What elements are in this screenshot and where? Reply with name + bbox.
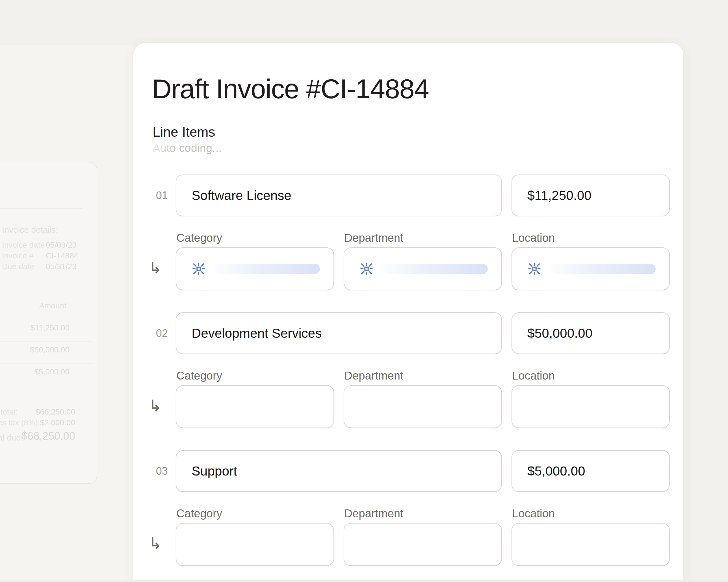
department-input[interactable] (344, 385, 502, 428)
preview-invoice-date-label: Invoice date (2, 241, 45, 250)
location-input[interactable] (512, 523, 670, 566)
preview-row-divider (0, 363, 92, 364)
line-item-number: 03 (133, 450, 168, 492)
invoice-preview-panel: Invoice details: Invoice date 05/03/23 I… (0, 162, 97, 484)
loading-shimmer-bar (382, 264, 488, 274)
description-input[interactable]: Software License (176, 174, 502, 216)
location-input[interactable] (512, 385, 670, 428)
location-label: Location (512, 507, 555, 520)
amount-value: $50,000.00 (512, 313, 669, 354)
preview-total-value: $68,250.00 (22, 430, 75, 442)
page-title: Draft Invoice #CI-14884 (152, 74, 429, 105)
category-input[interactable] (176, 523, 334, 566)
description-value: Software License (176, 175, 501, 216)
preview-amount-header: Amount (39, 301, 67, 310)
description-value: Support (176, 451, 501, 491)
amount-input[interactable]: $5,000.00 (512, 450, 670, 492)
loading-shimmer-bar (214, 264, 320, 274)
amount-input[interactable]: $11,250.00 (512, 174, 670, 216)
preview-subtotal-label: Subtotal: (0, 408, 18, 417)
return-arrow-icon: ↳ (149, 247, 168, 290)
line-item-row: 02 Development Services $50,000.00 Categ… (133, 312, 683, 431)
sparkle-loader-icon (360, 262, 373, 275)
line-item-number: 02 (133, 312, 168, 354)
category-label: Category (176, 369, 222, 382)
line-item-number: 01 (133, 174, 168, 216)
preview-invoice-number-label: Invoice # (2, 251, 34, 260)
preview-heading: Invoice details: (2, 225, 58, 235)
preview-invoice-number-value: CI-14884 (46, 251, 78, 260)
preview-invoice-date-value: 05/03/23 (46, 241, 77, 250)
return-arrow-icon: ↳ (149, 523, 168, 566)
preview-amount-3: $5,000.00 (34, 367, 70, 377)
preview-subtotal-value: $66,250.00 (35, 408, 75, 417)
location-input[interactable] (512, 247, 670, 290)
location-label: Location (512, 369, 555, 382)
return-arrow-icon: ↳ (149, 385, 168, 428)
line-items-heading: Line Items (153, 124, 215, 140)
amount-input[interactable]: $50,000.00 (512, 312, 670, 354)
preview-salestax-label: Sales tax (8%): (0, 418, 40, 427)
loading-shimmer-bar (549, 264, 656, 274)
sparkle-loader-icon (192, 262, 205, 275)
preview-due-date-value: 05/31/23 (46, 262, 77, 271)
category-input[interactable] (176, 247, 334, 290)
draft-invoice-card: Draft Invoice #CI-14884 Line Items Auto … (133, 43, 683, 582)
description-value: Development Services (176, 313, 501, 354)
preview-divider (0, 208, 82, 209)
preview-salestax-value: $2,000.00 (40, 418, 75, 427)
amount-value: $5,000.00 (512, 451, 669, 491)
department-label: Department (344, 231, 403, 244)
category-label: Category (176, 231, 222, 244)
department-label: Department (344, 369, 403, 382)
preview-amount-1: $11,250.00 (30, 323, 70, 332)
amount-value: $11,250.00 (512, 175, 669, 216)
line-item-row: 01 Software License $11,250.00 Category … (133, 174, 683, 293)
sparkle-loader-icon (528, 262, 541, 275)
preview-amount-2: $50,000.00 (30, 345, 70, 354)
department-label: Department (344, 507, 403, 520)
department-input[interactable] (344, 247, 502, 290)
description-input[interactable]: Development Services (176, 312, 502, 354)
preview-due-date-label: Due date (2, 262, 34, 271)
auto-coding-status: Auto coding... (153, 142, 222, 155)
department-input[interactable] (344, 523, 502, 566)
location-label: Location (512, 231, 555, 244)
preview-total-label: Total due: (0, 433, 23, 443)
category-input[interactable] (176, 385, 334, 428)
category-label: Category (176, 507, 222, 520)
preview-row-divider (0, 341, 92, 342)
description-input[interactable]: Support (176, 450, 502, 492)
bottom-edge-divider (0, 580, 728, 582)
line-item-row: 03 Support $5,000.00 Category Department… (133, 450, 683, 568)
